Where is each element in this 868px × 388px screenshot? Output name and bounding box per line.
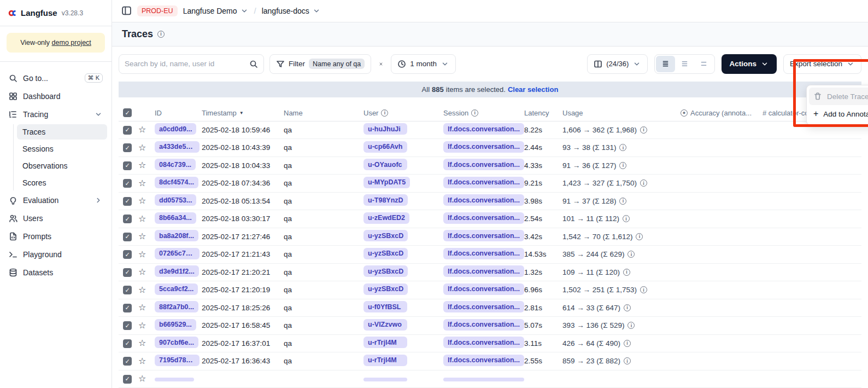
table-row[interactable]: ✓ ☆ 8dcf4574... 2025-02-18 07:34:36 qa u… <box>119 175 861 193</box>
menu-item-delete-traces[interactable]: Delete Traces <box>809 88 868 105</box>
bookmark-star-icon[interactable]: ☆ <box>138 232 146 241</box>
table-row[interactable]: ✓ ☆ b669529... 2025-02-17 16:58:45 qa u-… <box>119 317 861 335</box>
session-badge[interactable]: lf.docs.conversation... <box>443 194 524 206</box>
table-row[interactable]: ✓ ☆ ba8a208f... 2025-02-17 21:27:46 qa u… <box>119 228 861 246</box>
bookmark-star-icon[interactable]: ☆ <box>138 161 146 170</box>
col-header-name[interactable]: Name <box>284 109 363 117</box>
bookmark-star-icon[interactable]: ☆ <box>138 250 146 259</box>
row-checkbox[interactable]: ✓ <box>123 286 132 294</box>
time-range-button[interactable]: 1 month <box>391 54 456 74</box>
sidebar-item-tracing[interactable]: Tracing <box>4 106 107 123</box>
table-row[interactable]: ✓ ☆ 8b66a34... 2025-02-18 03:30:17 qa u-… <box>119 210 861 228</box>
trace-id-badge[interactable]: d3e9d1f2... <box>155 265 199 277</box>
sidebar-item-users[interactable]: Users <box>4 210 107 227</box>
table-row[interactable]: ✓ ☆ 907cbf6e... 2025-02-17 16:37:01 qa u… <box>119 335 861 353</box>
session-badge[interactable]: lf.docs.conversation... <box>443 283 524 295</box>
trace-id-badge[interactable]: dd05753... <box>155 194 196 206</box>
sidebar-item-sessions[interactable]: Sessions <box>17 141 107 157</box>
col-header-usage[interactable]: Usage <box>562 109 681 117</box>
row-checkbox[interactable]: ✓ <box>123 321 132 330</box>
bookmark-star-icon[interactable]: ☆ <box>138 374 146 383</box>
session-badge[interactable] <box>443 378 524 381</box>
session-badge[interactable]: lf.docs.conversation... <box>443 141 524 153</box>
bookmark-star-icon[interactable]: ☆ <box>138 339 146 348</box>
table-row[interactable]: ✓ ☆ 5cca9cf2... 2025-02-17 21:20:19 qa u… <box>119 281 861 299</box>
row-height-small-icon[interactable] <box>656 56 675 72</box>
row-checkbox[interactable]: ✓ <box>123 197 132 206</box>
row-checkbox[interactable]: ✓ <box>123 161 132 170</box>
demo-project-link[interactable]: demo project <box>52 39 91 47</box>
bookmark-star-icon[interactable]: ☆ <box>138 268 146 276</box>
table-row[interactable]: ✓ ☆ 084c739... 2025-02-18 10:04:33 qa u-… <box>119 157 861 175</box>
panel-toggle-icon[interactable] <box>121 5 132 16</box>
row-checkbox[interactable]: ✓ <box>123 126 132 135</box>
user-badge[interactable]: u-rTrjl4M <box>363 337 407 348</box>
sidebar-item-playground[interactable]: Playground <box>4 246 107 263</box>
user-badge[interactable]: u-yzSBxcD <box>363 283 408 295</box>
session-badge[interactable]: lf.docs.conversation... <box>443 248 524 259</box>
trace-id-badge[interactable]: a0cd0d9... <box>155 123 196 135</box>
row-checkbox[interactable]: ✓ <box>123 375 132 384</box>
session-badge[interactable]: lf.docs.conversation... <box>443 301 524 312</box>
sidebar-item-evaluation[interactable]: Evaluation <box>4 192 107 209</box>
trace-id-badge[interactable]: 8b66a34... <box>155 212 196 224</box>
user-badge[interactable]: u-OYauofc <box>363 159 407 170</box>
sidebar-item-traces[interactable]: Traces <box>17 124 107 140</box>
bookmark-star-icon[interactable]: ☆ <box>138 196 146 205</box>
session-badge[interactable]: lf.docs.conversation... <box>443 177 524 188</box>
bookmark-star-icon[interactable]: ☆ <box>138 303 146 312</box>
row-checkbox[interactable]: ✓ <box>123 339 132 348</box>
col-header-session[interactable]: Sessioni <box>443 109 524 117</box>
row-checkbox[interactable]: ✓ <box>123 304 132 312</box>
breadcrumb-project[interactable]: langfuse-docs <box>262 7 321 15</box>
user-badge[interactable]: u-yzSBxcD <box>363 265 408 277</box>
bookmark-star-icon[interactable]: ☆ <box>138 143 146 152</box>
session-badge[interactable]: lf.docs.conversation... <box>443 355 524 366</box>
sidebar-item-goto[interactable]: Go to... ⌘ K <box>4 70 107 86</box>
table-row[interactable]: ✓ ☆ a433de51... 2025-02-18 10:43:39 qa u… <box>119 139 861 157</box>
actions-button[interactable]: Actions <box>722 54 777 74</box>
session-badge[interactable]: lf.docs.conversation... <box>443 159 524 170</box>
columns-button[interactable]: (24/36) <box>587 54 648 74</box>
sidebar-item-observations[interactable]: Observations <box>17 158 107 173</box>
row-checkbox[interactable]: ✓ <box>123 179 132 188</box>
sidebar-item-prompts[interactable]: Prompts <box>4 228 107 245</box>
row-checkbox[interactable]: ✓ <box>123 143 132 152</box>
sidebar-item-datasets[interactable]: Datasets <box>4 264 107 281</box>
trace-id-badge[interactable]: b669529... <box>155 319 196 331</box>
row-checkbox[interactable]: ✓ <box>123 357 132 366</box>
table-row[interactable]: ✓ ☆ a0cd0d9... 2025-02-18 10:59:46 qa u-… <box>119 121 861 140</box>
trace-id-badge[interactable]: 07265c7a... <box>155 248 200 259</box>
col-header-user[interactable]: Useri <box>363 109 443 117</box>
clear-selection-link[interactable]: Clear selection <box>508 85 559 94</box>
filter-button[interactable]: Filter Name any of qa <box>269 54 371 74</box>
table-row[interactable]: ✓ ☆ 88f2a7b0... 2025-02-17 18:25:26 qa u… <box>119 299 861 317</box>
table-row[interactable]: ✓ ☆ i <box>119 370 861 388</box>
trace-id-badge[interactable]: 8dcf4574... <box>155 177 198 188</box>
user-badge[interactable]: u-zEwdED2 <box>363 212 409 224</box>
user-badge[interactable]: u-huJhuJi <box>363 123 407 135</box>
table-row[interactable]: ✓ ☆ 07265c7a... 2025-02-17 21:21:43 qa u… <box>119 246 861 264</box>
row-height-medium-icon[interactable] <box>675 56 694 72</box>
bookmark-star-icon[interactable]: ☆ <box>138 321 146 330</box>
export-selection-button[interactable]: Export selection <box>783 54 861 74</box>
user-badge[interactable]: u-rTrjl4M <box>363 355 407 366</box>
search-box[interactable] <box>119 54 264 74</box>
user-badge[interactable]: u-cp66Avh <box>363 141 407 153</box>
bookmark-star-icon[interactable]: ☆ <box>138 125 146 134</box>
search-icon[interactable] <box>249 60 258 68</box>
trace-id-badge[interactable]: 907cbf6e... <box>155 337 198 348</box>
col-header-accuracy[interactable]: ●Accuracy (annota... <box>681 109 763 117</box>
row-checkbox[interactable]: ✓ <box>123 233 132 241</box>
trace-id-badge[interactable]: 7195d78e... <box>155 355 200 366</box>
user-badge[interactable]: u-yzSBxcD <box>363 230 408 241</box>
col-header-latency[interactable]: Latency <box>524 109 562 117</box>
bookmark-star-icon[interactable]: ☆ <box>138 179 146 188</box>
trace-id-badge[interactable]: 5cca9cf2... <box>155 283 198 295</box>
bookmark-star-icon[interactable]: ☆ <box>138 357 146 366</box>
clear-filter-icon[interactable] <box>377 60 385 68</box>
user-badge[interactable]: u-VIZzvwo <box>363 319 407 331</box>
col-header-id[interactable]: ID <box>155 109 202 117</box>
user-badge[interactable]: u-yzSBxcD <box>363 248 408 259</box>
search-input[interactable] <box>125 60 245 68</box>
